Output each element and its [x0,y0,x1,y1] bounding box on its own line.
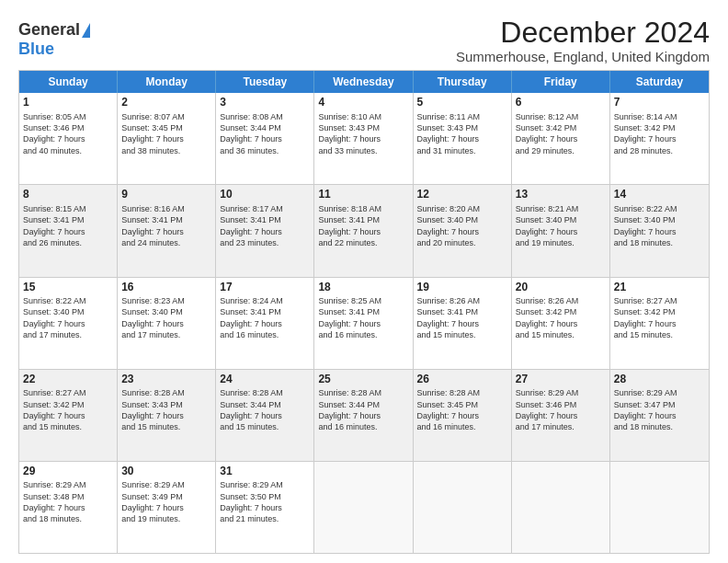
day-info: Sunrise: 8:22 AM Sunset: 3:40 PM Dayligh… [23,296,86,339]
calendar-cell: 21Sunrise: 8:27 AM Sunset: 3:42 PM Dayli… [610,278,709,369]
day-info: Sunrise: 8:27 AM Sunset: 3:42 PM Dayligh… [614,296,677,339]
calendar-cell: 8Sunrise: 8:15 AM Sunset: 3:41 PM Daylig… [19,185,118,276]
day-number: 14 [614,188,705,202]
calendar-cell: 6Sunrise: 8:12 AM Sunset: 3:42 PM Daylig… [512,93,610,184]
day-info: Sunrise: 8:26 AM Sunset: 3:41 PM Dayligh… [417,296,481,339]
day-info: Sunrise: 8:14 AM Sunset: 3:42 PM Dayligh… [614,112,677,155]
day-info: Sunrise: 8:21 AM Sunset: 3:40 PM Dayligh… [516,204,579,247]
logo: General Blue [18,20,90,59]
day-info: Sunrise: 8:27 AM Sunset: 3:42 PM Dayligh… [23,388,86,431]
day-info: Sunrise: 8:17 AM Sunset: 3:41 PM Dayligh… [220,204,283,247]
day-number: 22 [23,373,113,387]
header-day-sunday: Sunday [19,71,118,93]
calendar-cell: 5Sunrise: 8:11 AM Sunset: 3:43 PM Daylig… [414,93,512,184]
calendar-cell: 20Sunrise: 8:26 AM Sunset: 3:42 PM Dayli… [512,278,610,369]
day-number: 27 [516,373,606,387]
calendar-cell: 28Sunrise: 8:29 AM Sunset: 3:47 PM Dayli… [610,370,709,461]
day-info: Sunrise: 8:29 AM Sunset: 3:47 PM Dayligh… [614,388,677,431]
day-number: 10 [220,188,310,202]
calendar-cell: 18Sunrise: 8:25 AM Sunset: 3:41 PM Dayli… [314,278,413,369]
calendar-cell [610,462,709,553]
day-number: 9 [121,188,211,202]
day-info: Sunrise: 8:07 AM Sunset: 3:45 PM Dayligh… [121,112,185,155]
calendar-row-2: 15Sunrise: 8:22 AM Sunset: 3:40 PM Dayli… [19,277,709,369]
calendar-cell [314,462,413,553]
calendar-cell: 23Sunrise: 8:28 AM Sunset: 3:43 PM Dayli… [118,370,216,461]
day-number: 11 [318,188,408,202]
calendar-row-1: 8Sunrise: 8:15 AM Sunset: 3:41 PM Daylig… [19,184,709,276]
calendar-cell: 22Sunrise: 8:27 AM Sunset: 3:42 PM Dayli… [19,370,118,461]
calendar-cell [512,462,610,553]
calendar-row-4: 29Sunrise: 8:29 AM Sunset: 3:48 PM Dayli… [19,461,709,553]
title-block: December 2024 Summerhouse, England, Unit… [456,17,710,64]
header-day-tuesday: Tuesday [216,71,314,93]
day-info: Sunrise: 8:22 AM Sunset: 3:40 PM Dayligh… [614,204,677,247]
day-number: 12 [417,188,507,202]
calendar-cell: 4Sunrise: 8:10 AM Sunset: 3:43 PM Daylig… [314,93,413,184]
day-info: Sunrise: 8:28 AM Sunset: 3:43 PM Dayligh… [121,388,185,431]
calendar-cell: 27Sunrise: 8:29 AM Sunset: 3:46 PM Dayli… [512,370,610,461]
day-info: Sunrise: 8:29 AM Sunset: 3:49 PM Dayligh… [121,480,185,523]
calendar-row-3: 22Sunrise: 8:27 AM Sunset: 3:42 PM Dayli… [19,369,709,461]
day-number: 3 [220,96,310,110]
page: General Blue December 2024 Summerhouse, … [0,0,728,563]
calendar-cell: 10Sunrise: 8:17 AM Sunset: 3:41 PM Dayli… [216,185,314,276]
day-number: 4 [318,96,408,110]
day-info: Sunrise: 8:25 AM Sunset: 3:41 PM Dayligh… [318,296,381,339]
calendar-cell: 3Sunrise: 8:08 AM Sunset: 3:44 PM Daylig… [216,93,314,184]
day-number: 26 [417,373,507,387]
calendar-cell: 19Sunrise: 8:26 AM Sunset: 3:41 PM Dayli… [414,278,512,369]
calendar-cell: 13Sunrise: 8:21 AM Sunset: 3:40 PM Dayli… [512,185,610,276]
day-number: 30 [121,465,211,479]
day-info: Sunrise: 8:28 AM Sunset: 3:44 PM Dayligh… [318,388,381,431]
day-info: Sunrise: 8:24 AM Sunset: 3:41 PM Dayligh… [220,296,283,339]
day-number: 8 [23,188,113,202]
calendar-cell [414,462,512,553]
day-number: 20 [516,281,606,295]
calendar-cell: 9Sunrise: 8:16 AM Sunset: 3:41 PM Daylig… [118,185,216,276]
calendar-cell: 2Sunrise: 8:07 AM Sunset: 3:45 PM Daylig… [118,93,216,184]
day-info: Sunrise: 8:10 AM Sunset: 3:43 PM Dayligh… [318,112,381,155]
calendar-cell: 1Sunrise: 8:05 AM Sunset: 3:46 PM Daylig… [19,93,118,184]
day-number: 31 [220,465,310,479]
day-number: 6 [516,96,606,110]
header-day-monday: Monday [118,71,216,93]
calendar-cell: 25Sunrise: 8:28 AM Sunset: 3:44 PM Dayli… [314,370,413,461]
calendar-cell: 17Sunrise: 8:24 AM Sunset: 3:41 PM Dayli… [216,278,314,369]
day-number: 15 [23,281,113,295]
day-info: Sunrise: 8:15 AM Sunset: 3:41 PM Dayligh… [23,204,86,247]
day-number: 2 [121,96,211,110]
calendar-cell: 24Sunrise: 8:28 AM Sunset: 3:44 PM Dayli… [216,370,314,461]
calendar-cell: 11Sunrise: 8:18 AM Sunset: 3:41 PM Dayli… [314,185,413,276]
day-info: Sunrise: 8:18 AM Sunset: 3:41 PM Dayligh… [318,204,381,247]
day-number: 18 [318,281,408,295]
day-info: Sunrise: 8:23 AM Sunset: 3:40 PM Dayligh… [121,296,185,339]
calendar-body: 1Sunrise: 8:05 AM Sunset: 3:46 PM Daylig… [19,93,709,553]
calendar-cell: 7Sunrise: 8:14 AM Sunset: 3:42 PM Daylig… [610,93,709,184]
day-info: Sunrise: 8:26 AM Sunset: 3:42 PM Dayligh… [516,296,579,339]
calendar-cell: 29Sunrise: 8:29 AM Sunset: 3:48 PM Dayli… [19,462,118,553]
day-number: 29 [23,465,113,479]
day-info: Sunrise: 8:12 AM Sunset: 3:42 PM Dayligh… [516,112,579,155]
main-title: December 2024 [456,17,710,49]
day-number: 17 [220,281,310,295]
day-number: 7 [614,96,705,110]
day-info: Sunrise: 8:08 AM Sunset: 3:44 PM Dayligh… [220,112,283,155]
subtitle: Summerhouse, England, United Kingdom [456,49,710,64]
day-info: Sunrise: 8:29 AM Sunset: 3:46 PM Dayligh… [516,388,579,431]
header-day-saturday: Saturday [610,71,709,93]
calendar-cell: 14Sunrise: 8:22 AM Sunset: 3:40 PM Dayli… [610,185,709,276]
header-day-friday: Friday [512,71,610,93]
day-number: 19 [417,281,507,295]
calendar: SundayMondayTuesdayWednesdayThursdayFrid… [18,70,710,554]
header-day-wednesday: Wednesday [314,71,413,93]
day-number: 23 [121,373,211,387]
day-number: 13 [516,188,606,202]
day-number: 1 [23,96,113,110]
day-info: Sunrise: 8:28 AM Sunset: 3:45 PM Dayligh… [417,388,481,431]
header-day-thursday: Thursday [414,71,512,93]
calendar-cell: 30Sunrise: 8:29 AM Sunset: 3:49 PM Dayli… [118,462,216,553]
logo-blue-text: Blue [18,40,54,59]
logo-triangle-icon [82,23,90,38]
calendar-cell: 31Sunrise: 8:29 AM Sunset: 3:50 PM Dayli… [216,462,314,553]
